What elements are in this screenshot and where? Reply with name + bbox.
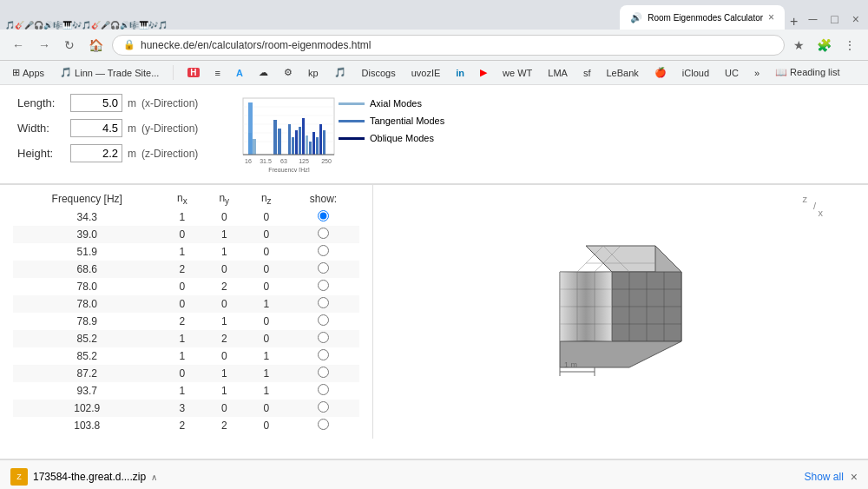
bookmarks-bar: ⊞Apps 🎵Linn — Trade Site... H ≡ A ☁ ⚙ kp…: [0, 61, 868, 85]
svg-rect-20: [323, 130, 326, 155]
ny-cell: 2: [203, 330, 245, 347]
freq-cell: 93.7: [13, 382, 161, 400]
show-radio-cell[interactable]: [287, 400, 359, 417]
col-freq: Frequency [Hz]: [13, 189, 161, 208]
show-radio-btn[interactable]: [318, 262, 329, 274]
length-dir: (x-Direction): [141, 97, 198, 109]
bookmark-uc[interactable]: UC: [720, 66, 744, 80]
ny-cell: 2: [203, 417, 245, 434]
address-bar[interactable]: 🔒 hunecke.de/en/calculators/room-eigenmo…: [112, 35, 785, 56]
show-radio-cell[interactable]: [287, 278, 359, 295]
bookmark-linn[interactable]: 🎵Linn — Trade Site...: [55, 65, 164, 80]
bookmark-reading-list[interactable]: 📖 Reading list: [770, 65, 845, 80]
show-all-downloads-btn[interactable]: Show all: [804, 471, 843, 483]
active-tab[interactable]: 🔊 Room Eigenmodes Calculator ×: [620, 5, 785, 30]
tab-close-btn[interactable]: ×: [768, 11, 774, 23]
bookmark-icloud[interactable]: iCloud: [677, 66, 714, 80]
show-radio-cell[interactable]: [287, 330, 359, 347]
chart-container: 16 31.5 63 125 250 Frequency [Hz]: [226, 94, 339, 175]
bookmark-apps[interactable]: ⊞Apps: [7, 65, 49, 80]
nav-bar: ← → ↻ 🏠 🔒 hunecke.de/en/calculators/room…: [0, 30, 868, 61]
show-radio-btn[interactable]: [318, 245, 329, 256]
show-radio-cell[interactable]: [287, 243, 359, 261]
width-input[interactable]: [70, 119, 122, 137]
inputs-panel: Length: m (x-Direction) Width: m (y-Dire…: [17, 94, 208, 175]
show-radio-btn[interactable]: [318, 228, 329, 239]
bookmark-lebank[interactable]: LeBank: [602, 66, 644, 80]
url-text: hunecke.de/en/calculators/room-eigenmode…: [141, 39, 773, 51]
bookmark-lma[interactable]: LMA: [542, 66, 573, 80]
table-row: 78.0 0 2 0: [13, 278, 359, 295]
svg-rect-13: [299, 127, 301, 155]
length-input[interactable]: [70, 94, 122, 112]
bookmark-cloud[interactable]: ☁: [253, 65, 273, 80]
show-radio-btn[interactable]: [318, 297, 329, 308]
bookmark-youtube[interactable]: ▶: [475, 65, 492, 80]
bookmark-sf[interactable]: sf: [578, 66, 596, 80]
svg-rect-16: [309, 142, 312, 155]
refresh-btn[interactable]: ↻: [59, 35, 80, 56]
maximize-btn[interactable]: □: [825, 9, 843, 30]
show-radio-btn[interactable]: [318, 401, 329, 413]
bookmark-settings[interactable]: ⚙: [279, 65, 298, 80]
bookmark-a[interactable]: A: [231, 66, 248, 80]
bookmark-music[interactable]: 🎵: [329, 65, 352, 80]
height-row: Height: m (z-Direction): [17, 144, 208, 162]
ny-cell: 0: [203, 208, 245, 226]
nx-cell: 1: [161, 347, 203, 365]
bookmark-apple[interactable]: 🍎: [649, 65, 672, 80]
show-radio-btn[interactable]: [318, 384, 329, 395]
show-radio-btn[interactable]: [318, 332, 329, 343]
bookmark-h[interactable]: H: [182, 66, 204, 79]
show-radio-btn[interactable]: [318, 314, 329, 326]
col-nx: nx: [161, 189, 203, 208]
close-window-btn[interactable]: ×: [847, 9, 865, 30]
show-radio-btn[interactable]: [318, 210, 329, 221]
bookmark-more[interactable]: »: [749, 66, 765, 80]
bookmark-eq[interactable]: ≡: [210, 66, 226, 80]
extensions-btn[interactable]: 🧩: [812, 35, 837, 56]
length-label: Length:: [17, 96, 65, 109]
show-radio-cell[interactable]: [287, 226, 359, 243]
download-chevron-btn[interactable]: ∧: [151, 472, 157, 482]
home-btn[interactable]: 🏠: [83, 35, 108, 56]
table-row: 34.3 1 0 0: [13, 208, 359, 226]
menu-btn[interactable]: ⋮: [838, 35, 861, 56]
show-radio-cell[interactable]: [287, 382, 359, 400]
axial-label: Axial Modes: [370, 98, 422, 109]
table-row: 51.9 1 1 0: [13, 243, 359, 261]
minimize-btn[interactable]: ─: [803, 9, 822, 30]
show-radio-cell[interactable]: [287, 365, 359, 382]
nz-cell: 1: [246, 347, 287, 365]
height-input[interactable]: [70, 144, 122, 162]
show-radio-cell[interactable]: [287, 295, 359, 313]
show-radio-cell[interactable]: [287, 313, 359, 330]
bookmark-discogs[interactable]: Discogs: [357, 66, 401, 80]
tab-favicon: 🔊: [630, 12, 642, 23]
show-radio-cell[interactable]: [287, 208, 359, 226]
main-split: Frequency [Hz] nx ny nz show: 34.3 1 0 0…: [0, 184, 868, 439]
svg-text:16: 16: [245, 158, 252, 164]
show-radio-btn[interactable]: [318, 349, 329, 360]
download-bar-close-btn[interactable]: ×: [851, 470, 858, 484]
show-radio-cell[interactable]: [287, 347, 359, 365]
tangential-color: [339, 120, 365, 122]
nx-cell: 0: [161, 278, 203, 295]
bookmark-kp[interactable]: kp: [303, 66, 324, 80]
nz-cell: 0: [246, 226, 287, 243]
bookmark-uvozie[interactable]: uvozIE: [406, 66, 446, 80]
bookmark-wt[interactable]: we WT: [497, 66, 537, 80]
forward-btn[interactable]: →: [33, 35, 56, 56]
svg-rect-8: [273, 120, 277, 155]
show-radio-cell[interactable]: [287, 261, 359, 278]
back-btn[interactable]: ←: [7, 35, 30, 56]
show-radio-btn[interactable]: [318, 280, 329, 291]
bookmark-btn[interactable]: ★: [788, 35, 810, 56]
legend-tangential: Tangential Modes: [339, 116, 444, 126]
bookmark-linkedin[interactable]: in: [450, 66, 470, 80]
show-radio-btn[interactable]: [318, 419, 329, 430]
show-radio-btn[interactable]: [318, 367, 329, 378]
tangential-label: Tangential Modes: [370, 116, 444, 126]
show-radio-cell[interactable]: [287, 417, 359, 434]
new-tab-btn[interactable]: +: [785, 14, 803, 30]
